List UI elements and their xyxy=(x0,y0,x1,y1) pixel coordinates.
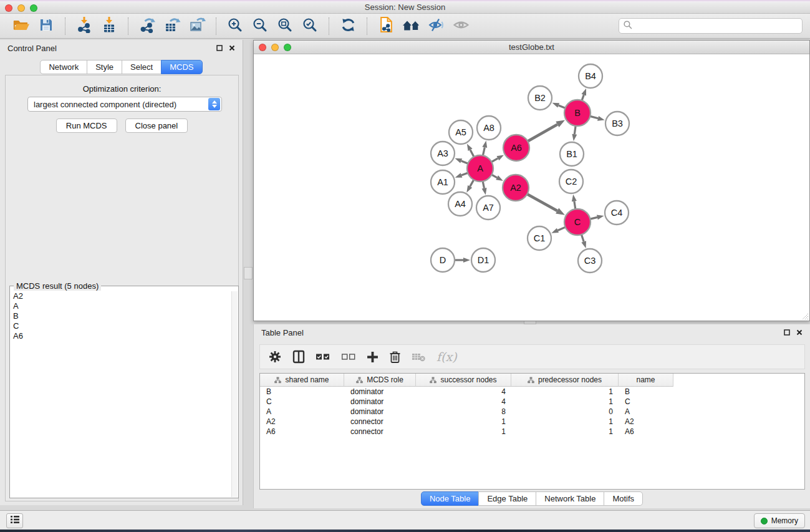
graph-edge-A-A7[interactable] xyxy=(482,180,487,195)
memory-button[interactable]: Memory xyxy=(754,513,805,528)
table-cell[interactable]: 4 xyxy=(416,387,511,397)
table-cell[interactable]: B xyxy=(260,387,344,397)
float-panel-icon[interactable] xyxy=(216,44,223,53)
graph-node-A4[interactable]: A4 xyxy=(448,192,472,216)
minimize-window-button[interactable] xyxy=(17,4,25,12)
tab-select[interactable]: Select xyxy=(122,60,162,74)
close-panel-icon[interactable] xyxy=(796,328,803,337)
mcds-result-scrollbar[interactable] xyxy=(231,291,238,497)
graph-node-D[interactable]: D xyxy=(431,248,455,272)
graph-node-C1[interactable]: C1 xyxy=(528,226,551,250)
vertical-splitter-handle[interactable] xyxy=(244,267,253,279)
graph-node-C[interactable]: C xyxy=(564,209,591,235)
table-cell[interactable]: A xyxy=(619,407,673,417)
network-zoom-button[interactable] xyxy=(284,44,291,51)
import-table-button[interactable] xyxy=(97,16,122,37)
table-cell[interactable]: 1 xyxy=(416,417,511,427)
graph-node-A1[interactable]: A1 xyxy=(431,170,455,194)
graph-node-A8[interactable]: A8 xyxy=(477,116,501,140)
table-cell[interactable]: 1 xyxy=(511,417,619,427)
graph-edge-C-C4[interactable] xyxy=(589,215,604,220)
add-icon[interactable] xyxy=(367,351,378,363)
graph-node-A7[interactable]: A7 xyxy=(476,196,500,220)
table-cell[interactable]: 1 xyxy=(416,427,511,437)
export-network-button[interactable] xyxy=(135,16,160,37)
graph-node-A3[interactable]: A3 xyxy=(431,142,455,165)
graph-edge-A-A3[interactable] xyxy=(455,158,470,164)
column-header-shared-name[interactable]: shared name xyxy=(260,374,344,387)
table-cell[interactable]: A xyxy=(260,407,344,417)
graph-edge-B-B2[interactable] xyxy=(552,103,567,109)
first-neighbors-button[interactable] xyxy=(398,16,423,37)
tab-mcds[interactable]: MCDS xyxy=(161,60,202,74)
table-cell[interactable]: C xyxy=(260,397,344,407)
mcds-result-item[interactable]: C xyxy=(11,321,231,331)
table-cell[interactable]: A2 xyxy=(619,417,673,427)
graph-edge-C-C3[interactable] xyxy=(581,233,586,248)
table-cell[interactable]: dominator xyxy=(344,397,416,407)
zoom-out-button[interactable] xyxy=(248,16,272,37)
graph-edge-B-B4[interactable] xyxy=(581,89,586,102)
gear-icon[interactable] xyxy=(268,350,282,364)
mcds-result-item[interactable]: A2 xyxy=(11,291,231,301)
column-header-mcds-role[interactable]: MCDS role xyxy=(344,374,416,387)
table-cell[interactable]: 8 xyxy=(416,407,511,417)
graph-edge-C-C1[interactable] xyxy=(551,226,566,233)
table-cell[interactable]: 1 xyxy=(511,387,619,397)
zoom-window-button[interactable] xyxy=(30,4,37,12)
tab-network-table[interactable]: Network Table xyxy=(536,491,604,506)
graph-node-C3[interactable]: C3 xyxy=(578,249,602,273)
column-header-predecessor-nodes[interactable]: predecessor nodes xyxy=(511,374,619,387)
table-cell[interactable]: 0 xyxy=(511,407,619,417)
column-header-successor-nodes[interactable]: successor nodes xyxy=(416,374,511,387)
run-mcds-button[interactable]: Run MCDS xyxy=(56,118,117,133)
select-all-icon[interactable] xyxy=(316,352,330,361)
table-cell[interactable]: A6 xyxy=(260,427,344,437)
graph-node-C2[interactable]: C2 xyxy=(559,170,583,193)
graph-edge-A-A1[interactable] xyxy=(455,173,470,178)
new-network-from-selection-button[interactable] xyxy=(374,16,398,37)
close-panel-icon[interactable] xyxy=(229,44,235,53)
graph-edge-A2-C[interactable] xyxy=(526,193,565,215)
tab-motifs[interactable]: Motifs xyxy=(604,491,643,506)
refresh-view-button[interactable] xyxy=(335,16,360,37)
graph-edge-B-B1[interactable] xyxy=(572,125,577,141)
zoom-in-button[interactable] xyxy=(223,16,248,37)
tab-edge-table[interactable]: Edge Table xyxy=(478,491,536,506)
graph-edge-A-A6[interactable] xyxy=(491,155,504,162)
trash-icon[interactable] xyxy=(389,350,401,364)
panel-toggle-button[interactable] xyxy=(6,513,23,528)
network-minimize-button[interactable] xyxy=(271,44,279,51)
graph-node-A5[interactable]: A5 xyxy=(449,120,473,144)
table-cell[interactable]: dominator xyxy=(344,387,416,397)
graph-node-A6[interactable]: A6 xyxy=(503,135,529,161)
table-cell[interactable]: 1 xyxy=(511,427,619,437)
open-session-button[interactable] xyxy=(9,16,34,37)
network-canvas[interactable]: B4B2BB3A8A5A6A3B1AC2A1A2A4A7C4CC1DD1C3 xyxy=(254,54,809,320)
table-cell[interactable]: dominator xyxy=(344,407,416,417)
tab-style[interactable]: Style xyxy=(87,60,122,74)
graph-node-C4[interactable]: C4 xyxy=(605,201,629,225)
graph-node-B2[interactable]: B2 xyxy=(528,86,552,110)
graph-edge-A-A5[interactable] xyxy=(467,144,475,158)
graph-node-B1[interactable]: B1 xyxy=(560,142,584,166)
table-row[interactable]: Adominator80A xyxy=(260,407,804,417)
column-header-name[interactable]: name xyxy=(619,374,673,387)
table-cell[interactable]: 4 xyxy=(416,397,511,407)
table-cell[interactable]: 1 xyxy=(511,397,619,407)
network-close-button[interactable] xyxy=(259,44,266,51)
table-cell[interactable]: connector xyxy=(344,417,416,427)
import-network-button[interactable] xyxy=(72,16,97,37)
table-row[interactable]: Cdominator41C xyxy=(260,397,804,407)
table-row[interactable]: Bdominator41B xyxy=(260,387,804,397)
table-row[interactable]: A6connector11A6 xyxy=(260,427,804,437)
graph-edge-A-A4[interactable] xyxy=(466,179,474,193)
graph-edge-A-A8[interactable] xyxy=(482,141,487,157)
optimization-criterion-select[interactable]: largest connected component (directed) xyxy=(27,97,222,112)
graph-node-D1[interactable]: D1 xyxy=(471,248,495,272)
table-cell[interactable]: A6 xyxy=(619,427,673,437)
table-cell[interactable]: B xyxy=(619,387,673,397)
graph-node-B[interactable]: B xyxy=(564,100,591,126)
graph-edge-A6-B[interactable] xyxy=(527,120,566,142)
export-image-button[interactable] xyxy=(185,16,210,37)
